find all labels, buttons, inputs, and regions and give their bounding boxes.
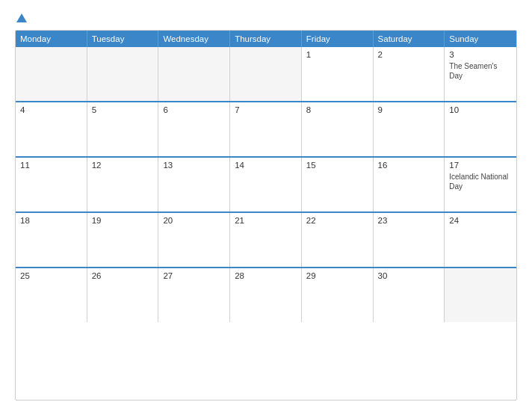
holiday-label: The Seamen's Day xyxy=(449,61,512,81)
day-number: 19 xyxy=(92,216,154,225)
calendar-cell: 19 xyxy=(87,213,159,267)
calendar-cell: 8 xyxy=(302,102,374,156)
calendar-body: 123The Seamen's Day456789101112131415161… xyxy=(16,47,516,322)
header xyxy=(15,13,517,22)
day-number: 24 xyxy=(449,216,512,225)
calendar-week: 123The Seamen's Day xyxy=(16,47,516,101)
calendar-cell: 5 xyxy=(87,102,159,156)
day-number: 10 xyxy=(449,105,512,114)
day-number: 27 xyxy=(163,271,225,280)
weekday-header: Sunday xyxy=(445,31,516,47)
calendar-cell: 3The Seamen's Day xyxy=(445,47,516,101)
day-number: 23 xyxy=(378,216,440,225)
calendar-page: MondayTuesdayWednesdayThursdayFridaySatu… xyxy=(0,0,532,411)
day-number: 1 xyxy=(306,50,368,59)
calendar-cell xyxy=(87,47,159,101)
holiday-label: Icelandic National Day xyxy=(449,172,512,191)
calendar-cell: 13 xyxy=(158,158,230,211)
logo xyxy=(15,13,28,22)
calendar-cell: 11 xyxy=(16,158,87,211)
day-number: 18 xyxy=(20,216,82,225)
calendar-cell: 1 xyxy=(302,47,374,101)
day-number: 12 xyxy=(92,161,154,170)
calendar-cell: 24 xyxy=(445,213,516,267)
day-number: 17 xyxy=(449,161,512,170)
calendar-week: 252627282930 xyxy=(16,267,516,322)
day-number: 11 xyxy=(20,161,82,170)
weekday-header: Thursday xyxy=(230,31,302,47)
calendar-cell: 28 xyxy=(230,268,302,322)
day-number: 28 xyxy=(235,271,297,280)
weekday-header: Monday xyxy=(16,31,87,47)
calendar-cell: 26 xyxy=(87,268,159,322)
calendar-cell xyxy=(158,47,230,101)
calendar-week: 11121314151617Icelandic National Day xyxy=(16,156,516,211)
calendar-cell: 7 xyxy=(230,102,302,156)
calendar-cell: 25 xyxy=(16,268,87,322)
calendar-cell xyxy=(16,47,87,101)
day-number: 21 xyxy=(235,216,297,225)
day-number: 3 xyxy=(449,50,512,59)
day-number: 29 xyxy=(306,271,368,280)
day-number: 14 xyxy=(235,161,297,170)
calendar-cell: 29 xyxy=(302,268,374,322)
day-number: 9 xyxy=(378,105,440,114)
calendar-header: MondayTuesdayWednesdayThursdayFridaySatu… xyxy=(16,31,516,47)
day-number: 30 xyxy=(378,271,440,280)
day-number: 26 xyxy=(92,271,154,280)
calendar-cell: 17Icelandic National Day xyxy=(445,158,516,211)
logo-triangle-icon xyxy=(16,13,27,22)
calendar-cell: 27 xyxy=(158,268,230,322)
calendar-cell: 23 xyxy=(374,213,445,267)
calendar-cell: 9 xyxy=(374,102,445,156)
day-number: 22 xyxy=(306,216,368,225)
calendar-cell: 10 xyxy=(445,102,516,156)
calendar-cell: 2 xyxy=(374,47,445,101)
calendar-grid: MondayTuesdayWednesdayThursdayFridaySatu… xyxy=(15,30,517,401)
day-number: 4 xyxy=(20,105,82,114)
weekday-header: Tuesday xyxy=(87,31,159,47)
day-number: 5 xyxy=(92,105,154,114)
day-number: 2 xyxy=(378,50,440,59)
day-number: 7 xyxy=(235,105,297,114)
day-number: 20 xyxy=(163,216,225,225)
calendar-cell: 16 xyxy=(374,158,445,211)
day-number: 8 xyxy=(306,105,368,114)
calendar-cell: 4 xyxy=(16,102,87,156)
calendar-cell: 21 xyxy=(230,213,302,267)
weekday-header: Friday xyxy=(302,31,374,47)
calendar-cell: 20 xyxy=(158,213,230,267)
calendar-week: 18192021222324 xyxy=(16,211,516,267)
calendar-week: 45678910 xyxy=(16,101,516,156)
calendar-cell: 30 xyxy=(374,268,445,322)
day-number: 6 xyxy=(163,105,225,114)
weekday-header: Wednesday xyxy=(158,31,230,47)
day-number: 25 xyxy=(20,271,82,280)
calendar-cell: 12 xyxy=(87,158,159,211)
calendar-cell: 18 xyxy=(16,213,87,267)
calendar-cell: 6 xyxy=(158,102,230,156)
calendar-cell xyxy=(445,268,516,322)
day-number: 13 xyxy=(163,161,225,170)
calendar-cell: 22 xyxy=(302,213,374,267)
day-number: 15 xyxy=(306,161,368,170)
calendar-cell xyxy=(230,47,302,101)
weekday-header: Saturday xyxy=(374,31,445,47)
calendar-cell: 14 xyxy=(230,158,302,211)
day-number: 16 xyxy=(378,161,440,170)
calendar-cell: 15 xyxy=(302,158,374,211)
